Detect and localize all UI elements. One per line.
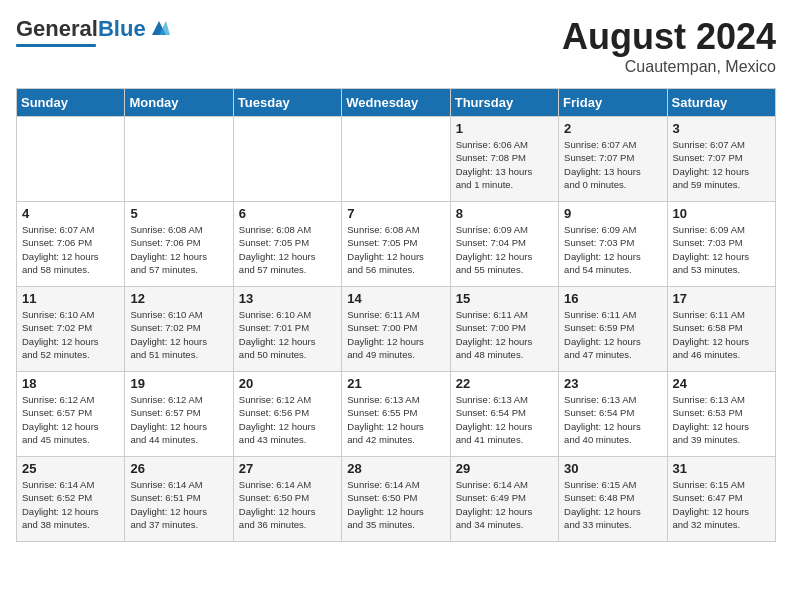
day-number: 12 <box>130 291 227 306</box>
day-number: 2 <box>564 121 661 136</box>
day-info: Sunrise: 6:12 AM Sunset: 6:56 PM Dayligh… <box>239 393 336 446</box>
calendar-cell: 30Sunrise: 6:15 AM Sunset: 6:48 PM Dayli… <box>559 457 667 542</box>
logo-underline <box>16 44 96 47</box>
calendar-cell <box>17 117 125 202</box>
calendar-cell: 23Sunrise: 6:13 AM Sunset: 6:54 PM Dayli… <box>559 372 667 457</box>
calendar-cell: 28Sunrise: 6:14 AM Sunset: 6:50 PM Dayli… <box>342 457 450 542</box>
day-number: 6 <box>239 206 336 221</box>
calendar-cell: 25Sunrise: 6:14 AM Sunset: 6:52 PM Dayli… <box>17 457 125 542</box>
day-info: Sunrise: 6:08 AM Sunset: 7:06 PM Dayligh… <box>130 223 227 276</box>
day-info: Sunrise: 6:13 AM Sunset: 6:53 PM Dayligh… <box>673 393 770 446</box>
day-number: 22 <box>456 376 553 391</box>
day-number: 5 <box>130 206 227 221</box>
day-number: 17 <box>673 291 770 306</box>
day-info: Sunrise: 6:14 AM Sunset: 6:50 PM Dayligh… <box>239 478 336 531</box>
logo-icon <box>148 17 170 39</box>
days-header-row: SundayMondayTuesdayWednesdayThursdayFrid… <box>17 89 776 117</box>
calendar-cell: 13Sunrise: 6:10 AM Sunset: 7:01 PM Dayli… <box>233 287 341 372</box>
day-number: 3 <box>673 121 770 136</box>
calendar-cell: 24Sunrise: 6:13 AM Sunset: 6:53 PM Dayli… <box>667 372 775 457</box>
calendar-cell <box>342 117 450 202</box>
day-number: 29 <box>456 461 553 476</box>
day-info: Sunrise: 6:07 AM Sunset: 7:07 PM Dayligh… <box>564 138 661 191</box>
day-number: 23 <box>564 376 661 391</box>
calendar-week-row: 1Sunrise: 6:06 AM Sunset: 7:08 PM Daylig… <box>17 117 776 202</box>
calendar-cell: 6Sunrise: 6:08 AM Sunset: 7:05 PM Daylig… <box>233 202 341 287</box>
day-info: Sunrise: 6:08 AM Sunset: 7:05 PM Dayligh… <box>239 223 336 276</box>
calendar-cell <box>125 117 233 202</box>
logo-blue-text: Blue <box>98 16 146 41</box>
calendar-table: SundayMondayTuesdayWednesdayThursdayFrid… <box>16 88 776 542</box>
day-number: 13 <box>239 291 336 306</box>
calendar-cell: 16Sunrise: 6:11 AM Sunset: 6:59 PM Dayli… <box>559 287 667 372</box>
day-of-week-header: Thursday <box>450 89 558 117</box>
day-of-week-header: Monday <box>125 89 233 117</box>
day-number: 4 <box>22 206 119 221</box>
calendar-cell: 2Sunrise: 6:07 AM Sunset: 7:07 PM Daylig… <box>559 117 667 202</box>
day-info: Sunrise: 6:11 AM Sunset: 7:00 PM Dayligh… <box>456 308 553 361</box>
month-title: August 2024 <box>562 16 776 58</box>
day-info: Sunrise: 6:15 AM Sunset: 6:47 PM Dayligh… <box>673 478 770 531</box>
calendar-cell: 27Sunrise: 6:14 AM Sunset: 6:50 PM Dayli… <box>233 457 341 542</box>
day-number: 1 <box>456 121 553 136</box>
calendar-cell: 18Sunrise: 6:12 AM Sunset: 6:57 PM Dayli… <box>17 372 125 457</box>
calendar-cell: 21Sunrise: 6:13 AM Sunset: 6:55 PM Dayli… <box>342 372 450 457</box>
day-info: Sunrise: 6:09 AM Sunset: 7:04 PM Dayligh… <box>456 223 553 276</box>
day-number: 26 <box>130 461 227 476</box>
calendar-cell: 5Sunrise: 6:08 AM Sunset: 7:06 PM Daylig… <box>125 202 233 287</box>
calendar-cell: 14Sunrise: 6:11 AM Sunset: 7:00 PM Dayli… <box>342 287 450 372</box>
logo-general-text: General <box>16 16 98 41</box>
day-info: Sunrise: 6:10 AM Sunset: 7:01 PM Dayligh… <box>239 308 336 361</box>
calendar-week-row: 25Sunrise: 6:14 AM Sunset: 6:52 PM Dayli… <box>17 457 776 542</box>
calendar-cell: 4Sunrise: 6:07 AM Sunset: 7:06 PM Daylig… <box>17 202 125 287</box>
day-number: 21 <box>347 376 444 391</box>
title-block: August 2024 Cuautempan, Mexico <box>562 16 776 76</box>
day-info: Sunrise: 6:13 AM Sunset: 6:54 PM Dayligh… <box>564 393 661 446</box>
day-number: 28 <box>347 461 444 476</box>
logo: GeneralBlue <box>16 16 170 47</box>
calendar-cell: 29Sunrise: 6:14 AM Sunset: 6:49 PM Dayli… <box>450 457 558 542</box>
day-info: Sunrise: 6:11 AM Sunset: 7:00 PM Dayligh… <box>347 308 444 361</box>
page-header: GeneralBlue August 2024 Cuautempan, Mexi… <box>16 16 776 76</box>
calendar-cell: 26Sunrise: 6:14 AM Sunset: 6:51 PM Dayli… <box>125 457 233 542</box>
day-number: 31 <box>673 461 770 476</box>
day-number: 16 <box>564 291 661 306</box>
calendar-cell: 20Sunrise: 6:12 AM Sunset: 6:56 PM Dayli… <box>233 372 341 457</box>
day-number: 11 <box>22 291 119 306</box>
day-number: 8 <box>456 206 553 221</box>
calendar-cell: 8Sunrise: 6:09 AM Sunset: 7:04 PM Daylig… <box>450 202 558 287</box>
location-subtitle: Cuautempan, Mexico <box>562 58 776 76</box>
day-info: Sunrise: 6:07 AM Sunset: 7:06 PM Dayligh… <box>22 223 119 276</box>
day-info: Sunrise: 6:10 AM Sunset: 7:02 PM Dayligh… <box>130 308 227 361</box>
calendar-cell: 15Sunrise: 6:11 AM Sunset: 7:00 PM Dayli… <box>450 287 558 372</box>
day-info: Sunrise: 6:13 AM Sunset: 6:55 PM Dayligh… <box>347 393 444 446</box>
day-info: Sunrise: 6:14 AM Sunset: 6:51 PM Dayligh… <box>130 478 227 531</box>
day-info: Sunrise: 6:12 AM Sunset: 6:57 PM Dayligh… <box>22 393 119 446</box>
calendar-cell: 10Sunrise: 6:09 AM Sunset: 7:03 PM Dayli… <box>667 202 775 287</box>
calendar-cell: 7Sunrise: 6:08 AM Sunset: 7:05 PM Daylig… <box>342 202 450 287</box>
day-number: 27 <box>239 461 336 476</box>
calendar-cell <box>233 117 341 202</box>
day-info: Sunrise: 6:09 AM Sunset: 7:03 PM Dayligh… <box>673 223 770 276</box>
calendar-week-row: 18Sunrise: 6:12 AM Sunset: 6:57 PM Dayli… <box>17 372 776 457</box>
day-number: 20 <box>239 376 336 391</box>
day-of-week-header: Sunday <box>17 89 125 117</box>
calendar-cell: 9Sunrise: 6:09 AM Sunset: 7:03 PM Daylig… <box>559 202 667 287</box>
day-of-week-header: Tuesday <box>233 89 341 117</box>
day-number: 15 <box>456 291 553 306</box>
day-info: Sunrise: 6:14 AM Sunset: 6:49 PM Dayligh… <box>456 478 553 531</box>
day-number: 9 <box>564 206 661 221</box>
day-info: Sunrise: 6:12 AM Sunset: 6:57 PM Dayligh… <box>130 393 227 446</box>
day-number: 30 <box>564 461 661 476</box>
day-info: Sunrise: 6:11 AM Sunset: 6:59 PM Dayligh… <box>564 308 661 361</box>
day-number: 19 <box>130 376 227 391</box>
calendar-week-row: 4Sunrise: 6:07 AM Sunset: 7:06 PM Daylig… <box>17 202 776 287</box>
calendar-cell: 17Sunrise: 6:11 AM Sunset: 6:58 PM Dayli… <box>667 287 775 372</box>
day-info: Sunrise: 6:11 AM Sunset: 6:58 PM Dayligh… <box>673 308 770 361</box>
calendar-cell: 22Sunrise: 6:13 AM Sunset: 6:54 PM Dayli… <box>450 372 558 457</box>
day-info: Sunrise: 6:10 AM Sunset: 7:02 PM Dayligh… <box>22 308 119 361</box>
calendar-cell: 3Sunrise: 6:07 AM Sunset: 7:07 PM Daylig… <box>667 117 775 202</box>
day-info: Sunrise: 6:14 AM Sunset: 6:52 PM Dayligh… <box>22 478 119 531</box>
calendar-cell: 19Sunrise: 6:12 AM Sunset: 6:57 PM Dayli… <box>125 372 233 457</box>
day-number: 14 <box>347 291 444 306</box>
